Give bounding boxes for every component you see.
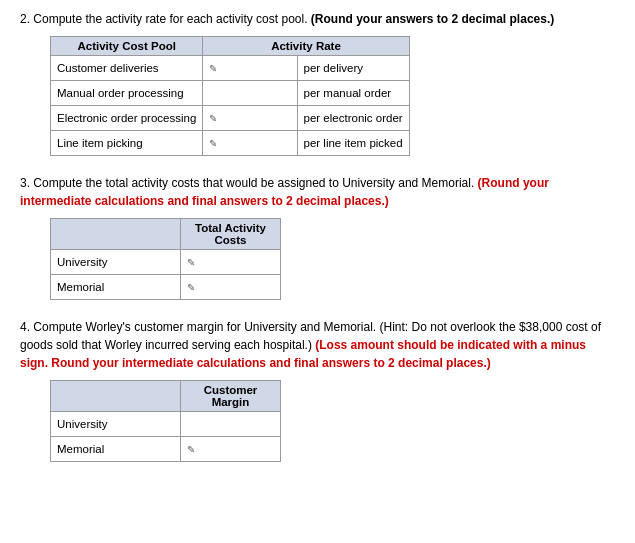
pool-label-4: Line item picking — [51, 131, 203, 156]
question-4: 4. Compute Worley's customer margin for … — [20, 318, 615, 462]
pencil-icon-cm-mem: ✎ — [187, 444, 195, 455]
question-3-number: 3. — [20, 176, 30, 190]
table-row: Line item picking ✎ per line item picked — [51, 131, 410, 156]
rate-input-4[interactable] — [221, 134, 291, 152]
pencil-icon-univ: ✎ — [187, 257, 195, 268]
question-2-text: 2. Compute the activity rate for each ac… — [20, 10, 615, 28]
cm-entity-memorial: Memorial — [51, 437, 181, 462]
total-activity-table: Total ActivityCosts University ✎ Memoria… — [50, 218, 281, 300]
col-header-pool: Activity Cost Pool — [51, 37, 203, 56]
col-header-rate: Activity Rate — [203, 37, 409, 56]
question-3-body: Compute the total activity costs that wo… — [33, 176, 474, 190]
table-row: University — [51, 412, 281, 437]
pool-label-3: Electronic order processing — [51, 106, 203, 131]
table-row: Customer deliveries ✎ per delivery — [51, 56, 410, 81]
unit-label-2: per manual order — [297, 81, 409, 106]
entity-label-university: University — [51, 250, 181, 275]
question-3-text: 3. Compute the total activity costs that… — [20, 174, 615, 210]
question-2-number: 2. — [20, 12, 30, 26]
question-4-number: 4. — [20, 320, 30, 334]
question-4-text: 4. Compute Worley's customer margin for … — [20, 318, 615, 372]
rate-input-1[interactable] — [221, 59, 291, 77]
activity-rate-table: Activity Cost Pool Activity Rate Custome… — [50, 36, 410, 156]
pool-label-1: Customer deliveries — [51, 56, 203, 81]
pencil-icon-4: ✎ — [209, 138, 217, 149]
pencil-icon-1: ✎ — [209, 63, 217, 74]
rate-input-cell-3: ✎ — [203, 106, 297, 131]
table-row: University ✎ — [51, 250, 281, 275]
rate-input-3[interactable] — [221, 109, 291, 127]
unit-label-1: per delivery — [297, 56, 409, 81]
cm-input-cell-memorial: ✎ — [181, 437, 281, 462]
unit-label-3: per electronic order — [297, 106, 409, 131]
entity-label-memorial: Memorial — [51, 275, 181, 300]
question-2: 2. Compute the activity rate for each ac… — [20, 10, 615, 156]
cm-input-university[interactable] — [187, 415, 257, 433]
rate-input-cell-1: ✎ — [203, 56, 297, 81]
col-header-entity — [51, 219, 181, 250]
rate-input-cell-4: ✎ — [203, 131, 297, 156]
cm-input-memorial[interactable] — [198, 440, 268, 458]
total-input-university[interactable] — [198, 253, 268, 271]
pencil-icon-mem: ✎ — [187, 282, 195, 293]
table-row: Electronic order processing ✎ per electr… — [51, 106, 410, 131]
total-input-cell-memorial: ✎ — [181, 275, 281, 300]
col-header-entity-cm — [51, 381, 181, 412]
customer-margin-table: CustomerMargin University Memorial ✎ — [50, 380, 281, 462]
question-2-body: Compute the activity rate for each activ… — [33, 12, 307, 26]
table-row: Manual order processing per manual order — [51, 81, 410, 106]
rate-input-cell-2 — [203, 81, 297, 106]
total-input-cell-university: ✎ — [181, 250, 281, 275]
unit-label-4: per line item picked — [297, 131, 409, 156]
table-row: Memorial ✎ — [51, 437, 281, 462]
question-3: 3. Compute the total activity costs that… — [20, 174, 615, 300]
rate-input-2[interactable] — [209, 84, 279, 102]
total-input-memorial[interactable] — [198, 278, 268, 296]
pool-label-2: Manual order processing — [51, 81, 203, 106]
cm-entity-university: University — [51, 412, 181, 437]
table-row: Memorial ✎ — [51, 275, 281, 300]
question-2-bold: (Round your answers to 2 decimal places.… — [311, 12, 554, 26]
pencil-icon-3: ✎ — [209, 113, 217, 124]
col-header-total: Total ActivityCosts — [181, 219, 281, 250]
cm-input-cell-university — [181, 412, 281, 437]
col-header-margin: CustomerMargin — [181, 381, 281, 412]
